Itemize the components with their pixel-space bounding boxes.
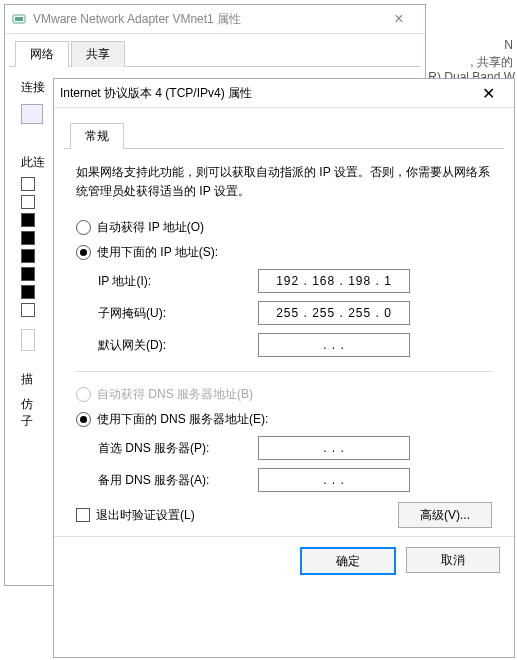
validate-label: 退出时验证设置(L)	[96, 507, 195, 524]
checkbox[interactable]	[21, 249, 35, 263]
radio-icon	[76, 245, 91, 260]
radio-icon	[76, 220, 91, 235]
window-title: VMware Network Adapter VMnet1 属性	[33, 11, 379, 28]
bg-text: N	[504, 38, 513, 52]
gateway-input[interactable]: . . .	[258, 333, 410, 357]
titlebar: VMware Network Adapter VMnet1 属性 ×	[5, 5, 425, 34]
radio-ip-auto[interactable]: 自动获得 IP 地址(O)	[76, 219, 492, 236]
outer-tabs: 网络 共享	[9, 34, 421, 67]
subnet-label: 子网掩码(U):	[98, 305, 258, 322]
validate-checkbox-row[interactable]: 退出时验证设置(L)	[76, 507, 195, 524]
subnet-input[interactable]: 255 . 255 . 255 . 0	[258, 301, 410, 325]
ok-button[interactable]: 确定	[300, 547, 396, 575]
bg-text: , 共享的	[470, 54, 513, 71]
tab-share[interactable]: 共享	[71, 41, 125, 67]
checkbox[interactable]	[21, 231, 35, 245]
dns2-label: 备用 DNS 服务器(A):	[98, 472, 258, 489]
radio-label: 使用下面的 IP 地址(S):	[97, 244, 218, 261]
tab-network[interactable]: 网络	[15, 41, 69, 67]
radio-icon	[76, 387, 91, 402]
adapter-icon	[11, 11, 27, 27]
dns1-label: 首选 DNS 服务器(P):	[98, 440, 258, 457]
checkbox[interactable]	[21, 195, 35, 209]
adapter-thumb-icon	[21, 104, 43, 124]
intro-text: 如果网络支持此功能，则可以获取自动指派的 IP 设置。否则，你需要从网络系统管理…	[76, 163, 492, 201]
ip-address-label: IP 地址(I):	[98, 273, 258, 290]
radio-dns-manual[interactable]: 使用下面的 DNS 服务器地址(E):	[76, 411, 492, 428]
radio-ip-manual[interactable]: 使用下面的 IP 地址(S):	[76, 244, 492, 261]
tab-general[interactable]: 常规	[70, 123, 124, 149]
dns2-input[interactable]: . . .	[258, 468, 410, 492]
checkbox[interactable]	[21, 285, 35, 299]
ipv4-properties-dialog: Internet 协议版本 4 (TCP/IPv4) 属性 ✕ 常规 如果网络支…	[53, 78, 515, 658]
checkbox-icon	[76, 508, 90, 522]
close-icon[interactable]: ×	[379, 10, 419, 28]
checkbox[interactable]	[21, 267, 35, 281]
titlebar: Internet 协议版本 4 (TCP/IPv4) 属性 ✕	[54, 79, 514, 108]
close-icon[interactable]: ✕	[468, 84, 508, 103]
checkbox[interactable]	[21, 303, 35, 317]
partial-button[interactable]	[21, 329, 35, 351]
radio-icon	[76, 412, 91, 427]
checkbox[interactable]	[21, 213, 35, 227]
radio-label: 自动获得 DNS 服务器地址(B)	[97, 386, 253, 403]
radio-label: 使用下面的 DNS 服务器地址(E):	[97, 411, 268, 428]
dialog-footer: 确定 取消	[54, 536, 514, 585]
ip-address-input[interactable]: 192 . 168 . 198 . 1	[258, 269, 410, 293]
svg-rect-1	[15, 17, 23, 21]
advanced-button[interactable]: 高级(V)...	[398, 502, 492, 528]
radio-dns-auto: 自动获得 DNS 服务器地址(B)	[76, 386, 492, 403]
cancel-button[interactable]: 取消	[406, 547, 500, 573]
checkbox[interactable]	[21, 177, 35, 191]
radio-label: 自动获得 IP 地址(O)	[97, 219, 204, 236]
gateway-label: 默认网关(D):	[98, 337, 258, 354]
dns1-input[interactable]: . . .	[258, 436, 410, 460]
dialog-tabs: 常规	[64, 116, 504, 149]
dialog-title: Internet 协议版本 4 (TCP/IPv4) 属性	[60, 85, 468, 102]
